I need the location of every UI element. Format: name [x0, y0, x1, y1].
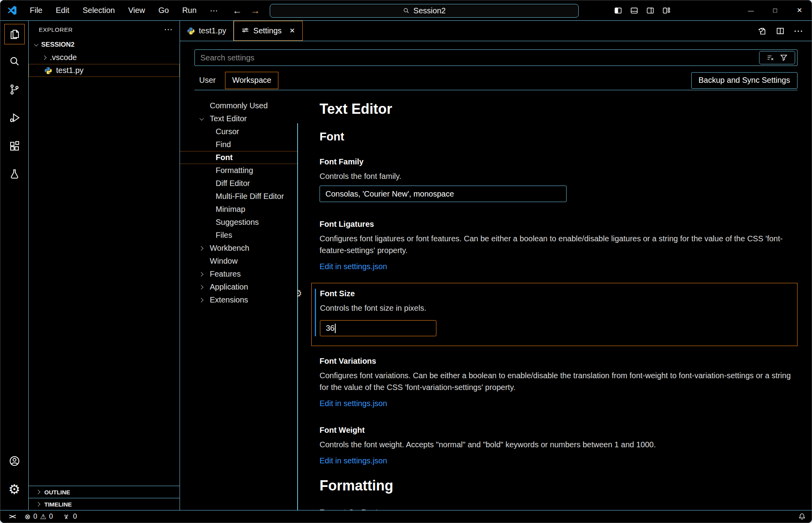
activitybar-extensions[interactable] — [4, 135, 25, 157]
scope-tab-user[interactable]: User — [194, 72, 220, 89]
toggle-panel-icon[interactable] — [630, 6, 638, 15]
activitybar-manage[interactable]: ⚙ — [4, 478, 25, 501]
activitybar-testing[interactable] — [4, 163, 25, 186]
filter-funnel-icon[interactable] — [779, 53, 788, 62]
command-center-title: Session2 — [413, 6, 445, 15]
gear-icon: ⚙ — [8, 483, 20, 496]
toc-window[interactable]: Window — [180, 255, 297, 268]
search-icon — [403, 7, 410, 15]
chevron-right-icon — [42, 55, 46, 60]
python-file-icon — [187, 27, 195, 35]
error-icon: ⊗ — [25, 513, 31, 520]
timeline-section-header[interactable]: TIMELINE — [29, 498, 180, 510]
font-weight-label: Font Weight — [320, 425, 797, 435]
toc-features[interactable]: Features — [180, 268, 297, 281]
split-editor-icon[interactable] — [776, 26, 785, 36]
activitybar-run-debug[interactable] — [4, 106, 25, 129]
toc-text-editor[interactable]: Text Editor — [180, 112, 297, 125]
nav-forward-icon[interactable]: → — [251, 5, 260, 16]
tree-item-test1-py[interactable]: test1.py — [29, 64, 180, 77]
menu-selection[interactable]: Selection — [77, 4, 120, 18]
toggle-primary-sidebar-icon[interactable] — [614, 6, 622, 15]
toc-extensions[interactable]: Extensions — [180, 293, 297, 306]
font-size-input[interactable]: 36 — [320, 320, 436, 336]
toc-commonly-used[interactable]: Commonly Used — [180, 99, 297, 112]
toc-cursor[interactable]: Cursor — [180, 125, 297, 138]
outline-section-header[interactable]: OUTLINE — [29, 486, 180, 498]
activitybar-accounts[interactable] — [4, 450, 25, 472]
tree-item-root[interactable]: SESSION2 — [29, 38, 180, 51]
chevron-down-icon — [200, 116, 204, 120]
file-label: test1.py — [56, 66, 84, 75]
menu-file[interactable]: File — [24, 4, 48, 18]
toc-files[interactable]: Files — [180, 229, 297, 242]
tree-item-vscode-folder[interactable]: .vscode — [29, 51, 180, 64]
activitybar-search[interactable] — [4, 50, 25, 73]
toc-find[interactable]: Find — [180, 138, 297, 151]
setting-gear-icon[interactable]: ⚙ — [297, 289, 302, 298]
menu-more-icon[interactable]: ⋯ — [204, 4, 223, 18]
toc-multi-file-diff-editor[interactable]: Multi-File Diff Editor — [180, 190, 297, 203]
toggle-secondary-sidebar-icon[interactable] — [646, 6, 654, 15]
explorer-more-actions-icon[interactable]: ⋯ — [164, 24, 173, 35]
account-icon — [9, 455, 20, 467]
toc-minimap[interactable]: Minimap — [180, 203, 297, 216]
customize-layout-icon[interactable] — [662, 6, 670, 15]
scope-tab-workspace[interactable]: Workspace — [225, 72, 278, 89]
format-on-paste-label: Format On Paste — [320, 508, 797, 510]
explorer-sidebar: EXPLORER ⋯ SESSION2 .vscode test1.py OUT… — [29, 21, 180, 510]
font-size-setting-row[interactable]: ⚙ Font Size Controls the font size in pi… — [311, 283, 797, 346]
backup-sync-settings-button[interactable]: Backup and Sync Settings — [691, 72, 797, 89]
open-settings-json-icon[interactable] — [758, 26, 767, 36]
more-actions-icon[interactable]: ⋯ — [794, 26, 804, 36]
tab-settings[interactable]: Settings ✕ — [234, 21, 303, 41]
ports-indicator[interactable]: 0 — [59, 510, 80, 523]
settings-sliders-icon — [241, 27, 249, 35]
nav-back-icon[interactable]: ← — [233, 5, 242, 16]
folder-label: .vscode — [50, 53, 77, 62]
maximize-button[interactable]: □ — [763, 0, 787, 20]
menu-run[interactable]: Run — [177, 4, 202, 18]
edit-in-settings-json-link[interactable]: Edit in settings.json — [320, 456, 387, 465]
run-and-debug-icon — [9, 112, 20, 124]
font-variations-label: Font Variations — [320, 356, 797, 366]
toc-workbench[interactable]: Workbench — [180, 242, 297, 255]
edit-in-settings-json-link[interactable]: Edit in settings.json — [320, 262, 387, 271]
titlebar: File Edit Selection View Go Run ⋯ ← → Se… — [0, 0, 812, 21]
toc-application[interactable]: Application — [180, 281, 297, 293]
vscode-window: File Edit Selection View Go Run ⋯ ← → Se… — [0, 0, 812, 523]
close-tab-icon[interactable]: ✕ — [289, 27, 295, 35]
menu-view[interactable]: View — [123, 4, 151, 18]
settings-editor: User Workspace Backup and Sync Settings … — [180, 41, 812, 510]
chevron-right-icon — [199, 246, 203, 250]
toc-suggestions[interactable]: Suggestions — [180, 216, 297, 229]
toc-formatting[interactable]: Formatting — [180, 164, 297, 177]
minimize-button[interactable]: — — [739, 0, 763, 20]
notifications-bell-icon[interactable] — [798, 512, 806, 521]
problems-indicator[interactable]: ⊗ 0 ⚠ 0 — [22, 510, 56, 523]
page-title: Text Editor — [320, 100, 797, 118]
toc-font[interactable]: Font — [180, 151, 297, 164]
edit-in-settings-json-link[interactable]: Edit in settings.json — [320, 399, 387, 408]
activitybar-source-control[interactable] — [4, 78, 25, 101]
remote-indicator[interactable]: >< — [6, 510, 18, 523]
menu-go[interactable]: Go — [153, 4, 174, 18]
clear-settings-filter-icon[interactable] — [766, 53, 775, 62]
font-size-value: 36 — [326, 324, 334, 333]
command-center-search[interactable]: Session2 — [270, 4, 579, 18]
radio-tower-icon — [62, 513, 70, 521]
search-actions-box — [759, 51, 795, 64]
menu-edit[interactable]: Edit — [50, 4, 74, 18]
activitybar-explorer[interactable] — [4, 24, 25, 44]
font-size-label: Font Size — [320, 289, 797, 298]
source-control-icon — [9, 84, 20, 95]
remote-icon: >< — [9, 513, 15, 521]
timeline-label: TIMELINE — [44, 501, 72, 508]
settings-search-input[interactable] — [194, 49, 797, 66]
formatting-section-title: Formatting — [320, 477, 797, 494]
font-family-input[interactable] — [320, 186, 567, 202]
font-family-label: Font Family — [320, 157, 797, 166]
toc-diff-editor[interactable]: Diff Editor — [180, 177, 297, 190]
tab-test1-py[interactable]: test1.py — [180, 21, 234, 41]
close-button[interactable]: ✕ — [787, 0, 812, 20]
